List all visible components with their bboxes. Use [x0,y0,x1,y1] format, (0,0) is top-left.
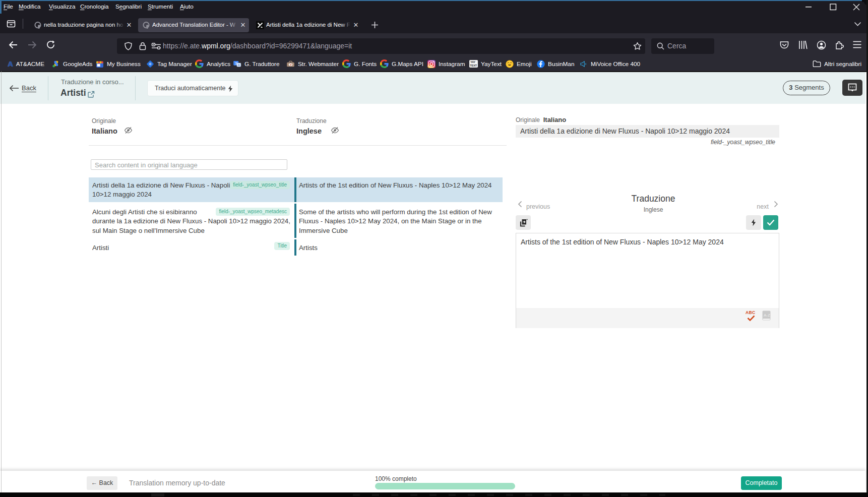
svg-text:A-Z: A-Z [764,313,770,318]
svg-text:TEXT: TEXT [470,64,477,67]
svg-text:YAY: YAY [470,60,475,64]
svg-text:A: A [238,64,240,67]
